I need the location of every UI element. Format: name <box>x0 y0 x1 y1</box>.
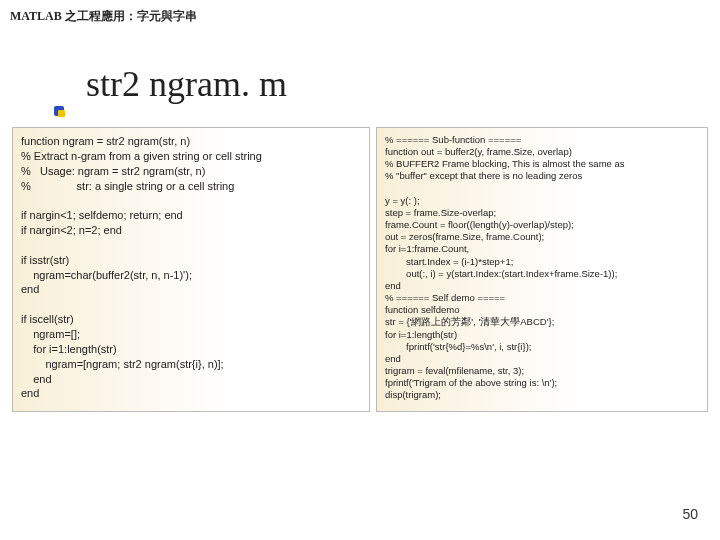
slide-title: str2 ngram. m <box>86 63 720 105</box>
code-panes: function ngram = str2 ngram(str, n) % Ex… <box>12 127 708 412</box>
code-pane-right: % ====== Sub-function ====== function ou… <box>376 127 708 412</box>
title-bullet-icon <box>54 106 66 118</box>
code-left: function ngram = str2 ngram(str, n) % Ex… <box>21 134 361 401</box>
page-header: MATLAB 之工程應用：字元與字串 <box>0 0 720 25</box>
page-number: 50 <box>682 506 698 522</box>
code-pane-left: function ngram = str2 ngram(str, n) % Ex… <box>12 127 370 412</box>
code-right: % ====== Sub-function ====== function ou… <box>385 134 699 401</box>
